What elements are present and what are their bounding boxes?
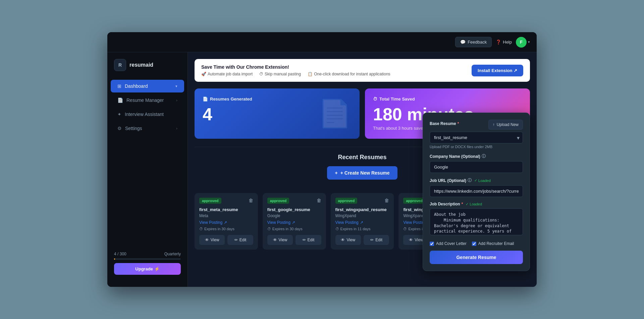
view-button[interactable]: 👁 View (267, 235, 293, 245)
usage-fill (114, 258, 115, 260)
create-new-resume-button[interactable]: + + Create New Resume (327, 166, 398, 180)
company-name: Google (267, 213, 321, 218)
chevron-down-icon: ▾ (175, 84, 177, 88)
company-name: Meta (199, 213, 253, 218)
expiry-text: ⏱ Expires in 11 days (335, 227, 389, 231)
resume-card: approved 🗑 first_meta_resume Meta View P… (195, 193, 258, 250)
edit-icon: ✏ (303, 238, 306, 242)
job-url-field: Job URL (Optional) ⓘ ✓ Loaded (430, 178, 523, 197)
help-button[interactable]: ❓ Help (496, 40, 512, 45)
doc-icon: 📄 (203, 97, 208, 102)
banner-feature-1: 🚀 Automate job data import (201, 72, 253, 76)
view-posting-link[interactable]: View Posting ↗ (267, 220, 321, 225)
delete-icon[interactable]: 🗑 (249, 198, 253, 203)
feedback-icon: 💬 (460, 40, 466, 45)
edit-button[interactable]: ✏ Edit (296, 235, 321, 245)
resume-name: first_wingxpand_resume (335, 207, 389, 212)
usage-period: Quarterly (164, 252, 181, 256)
sidebar-item-resume-manager[interactable]: 📄 Resume Manager › (111, 94, 184, 107)
clock-icon: ⏱ (199, 227, 203, 231)
job-description-textarea[interactable]: About the job Minimum qualifications: Ba… (430, 208, 523, 235)
app-window: 💬 Feedback ❓ Help F ▾ R resumaid (107, 32, 537, 287)
resume-card: approved 🗑 first_wingxpand_resume WingXp… (331, 193, 394, 250)
view-posting-link[interactable]: View Posting ↗ (199, 220, 253, 225)
interview-icon: ✦ (117, 112, 121, 117)
topbar: 💬 Feedback ❓ Help F ▾ (107, 32, 537, 52)
job-desc-label: Job Description * ✓ Loaded (430, 202, 523, 206)
job-url-input[interactable] (430, 185, 523, 197)
sidebar-item-interview-assistant[interactable]: ✦ Interview Assistant (111, 108, 184, 121)
usage-count: 4 / 300 (114, 252, 126, 256)
add-cover-letter-checkbox[interactable]: Add Cover Letter (430, 241, 467, 246)
sidebar-item-dashboard[interactable]: ⊞ Dashboard ▾ (111, 80, 184, 92)
sidebar-footer: 4 / 300 Quarterly Upgrade ⚡ (107, 246, 187, 280)
chevron-right-icon: › (176, 126, 177, 130)
rocket-icon: 🚀 (201, 72, 206, 76)
sidebar-item-label: Settings (125, 126, 142, 131)
company-name-label: Company Name (Optional) ⓘ (430, 153, 523, 159)
clipboard-icon: 📋 (308, 72, 313, 76)
banner-feature-3: 📋 One-click download for instant applica… (308, 72, 390, 76)
sidebar-item-settings[interactable]: ⚙ Settings › (111, 122, 184, 135)
resume-name: first_google_resume (267, 207, 321, 212)
base-resume-field: Base Resume * ↑ Upload New first_last_re… (430, 120, 523, 149)
clock-icon: ⏱ (335, 227, 339, 231)
view-button[interactable]: 👁 View (335, 235, 361, 245)
upload-new-button[interactable]: ↑ Upload New (488, 120, 523, 130)
edit-button[interactable]: ✏ Edit (227, 235, 253, 245)
external-link-icon: ↗ (224, 220, 227, 225)
upgrade-button[interactable]: Upgrade ⚡ (114, 263, 181, 275)
status-badge: approved (335, 198, 358, 204)
company-name-field: Company Name (Optional) ⓘ (430, 153, 523, 173)
job-url-label: Job URL (Optional) ⓘ ✓ Loaded (430, 178, 523, 183)
edit-icon: ✏ (234, 238, 238, 242)
resume-name: first_meta_resume (199, 207, 253, 212)
settings-icon: ⚙ (117, 126, 122, 131)
usage-track (114, 258, 181, 260)
expiry-text: ⏱ Expires in 30 days (267, 227, 321, 231)
eye-icon: 👁 (409, 238, 413, 242)
job-description-field: Job Description * ✓ Loaded About the job… (430, 202, 523, 237)
eye-icon: 👁 (205, 238, 209, 242)
chevron-right-icon: › (176, 98, 177, 102)
install-extension-button[interactable]: Install Extension ↗ (472, 65, 523, 76)
edit-icon: ✏ (370, 238, 374, 242)
help-icon: ❓ (496, 40, 501, 45)
sidebar-item-label: Interview Assistant (125, 112, 164, 117)
delete-icon[interactable]: 🗑 (317, 198, 321, 203)
info-icon: ⓘ (468, 178, 472, 183)
resume-card: approved 🗑 first_google_resume Google Vi… (263, 193, 326, 250)
user-avatar: F (516, 37, 527, 48)
user-dropdown[interactable]: F ▾ (516, 37, 530, 48)
doc-bg-icon: 📄 (318, 98, 352, 129)
add-recruiter-email-checkbox[interactable]: Add Recruiter Email (472, 241, 514, 246)
app-logo: R (114, 59, 126, 71)
base-resume-label: Base Resume * (430, 121, 459, 126)
sidebar: R resumaid ⊞ Dashboard ▾ 📄 Resume Manage… (107, 52, 188, 287)
sidebar-item-label: Resume Manager (126, 98, 164, 103)
info-icon: ⓘ (482, 153, 486, 159)
dashboard-icon: ⊞ (117, 83, 121, 89)
upload-hint: Upload PDF or DOCX files under 2MB (430, 145, 523, 149)
view-button[interactable]: 👁 View (199, 235, 225, 245)
upload-icon: ↑ (493, 122, 495, 127)
clock-icon: ⏱ (267, 227, 271, 231)
usage-bar: 4 / 300 Quarterly (114, 252, 181, 260)
base-resume-select[interactable]: first_last_resume (430, 132, 523, 143)
company-name-input[interactable] (430, 161, 523, 173)
eye-icon: 👁 (341, 238, 345, 242)
edit-button[interactable]: ✏ Edit (364, 235, 389, 245)
banner-title: Save Time with Our Chrome Extension! (201, 64, 390, 70)
help-label: Help (503, 40, 512, 45)
company-name: WingXpand (335, 213, 389, 218)
sidebar-item-label: Dashboard (125, 83, 148, 89)
feedback-button[interactable]: 💬 Feedback (455, 37, 492, 47)
logo-area: R resumaid (107, 59, 187, 79)
clock-icon: ⏱ (259, 72, 263, 76)
feedback-label: Feedback (468, 40, 487, 45)
loaded-badge: ✓ Loaded (466, 202, 482, 206)
generate-resume-button[interactable]: Generate Resume (430, 251, 523, 264)
resumes-generated-card: 📄 Resumes Generated 4 📄 (195, 88, 360, 139)
delete-icon[interactable]: 🗑 (384, 198, 389, 203)
view-posting-link[interactable]: View Posting ↗ (335, 220, 389, 225)
